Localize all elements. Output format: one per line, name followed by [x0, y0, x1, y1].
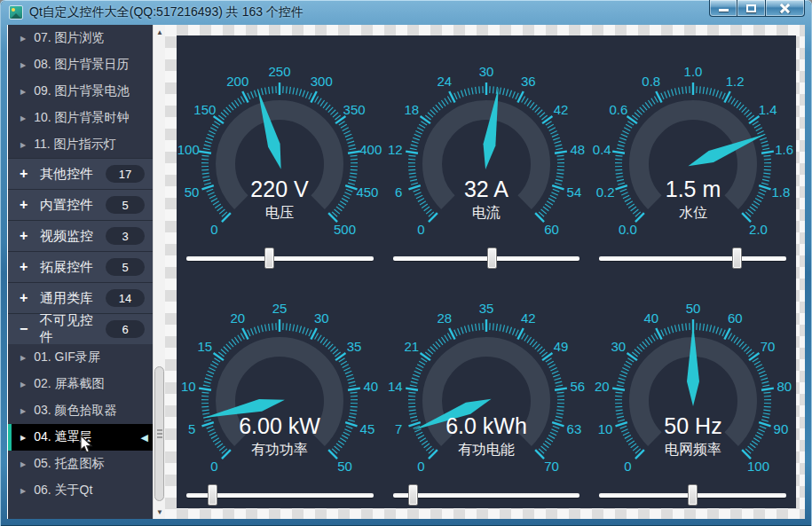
scroll-up-icon[interactable]: ▲	[154, 26, 166, 38]
sidebar-group-4[interactable]: +通用类库14	[8, 282, 153, 313]
count-badge: 3	[106, 227, 145, 245]
sidebar-item-label: 06. 关于Qt	[34, 483, 92, 499]
svg-text:1.4: 1.4	[758, 102, 777, 117]
svg-text:0.0: 0.0	[619, 222, 637, 237]
slider-handle[interactable]	[688, 484, 698, 506]
right-triangle-icon: ▶	[20, 407, 26, 415]
sidebar-item-top-3[interactable]: ▶10. 图片背景时钟	[8, 105, 153, 131]
slider-row-1	[177, 245, 796, 272]
slider-cell-voltage	[177, 245, 383, 272]
sidebar-group-label: 其他控件	[40, 166, 93, 183]
slider-grid-frequency[interactable]	[599, 484, 786, 506]
svg-text:24: 24	[437, 74, 452, 89]
sidebar-item-bottom-0[interactable]: ▶01. GIF录屏	[8, 344, 153, 371]
svg-text:6.0 kWh: 6.0 kWh	[445, 413, 527, 438]
svg-text:7: 7	[395, 421, 402, 436]
slider-handle[interactable]	[487, 247, 497, 269]
sidebar-group-label: 拓展控件	[40, 259, 93, 276]
svg-text:42: 42	[554, 102, 569, 117]
sidebar-item-top-0[interactable]: ▶07. 图片浏览	[8, 25, 153, 51]
svg-text:20: 20	[231, 310, 246, 326]
close-icon	[779, 4, 791, 13]
minus-icon: −	[20, 321, 32, 337]
svg-text:50: 50	[685, 301, 700, 316]
gauge-row-2: 051015202530354045506.00 kW有功功率071421283…	[177, 272, 796, 482]
slider-handle[interactable]	[408, 484, 418, 506]
slider-current[interactable]	[393, 247, 580, 269]
client-area: ▶07. 图片浏览▶08. 图片背景日历▶09. 图片背景电池▶10. 图片背景…	[7, 25, 805, 519]
svg-text:100: 100	[177, 142, 200, 157]
svg-text:1.6: 1.6	[775, 142, 793, 157]
sidebar-item-label: 07. 图片浏览	[34, 30, 104, 46]
sidebar-group-2[interactable]: +视频监控3	[8, 220, 153, 251]
sidebar-item-bottom-5[interactable]: ▶06. 关于Qt	[8, 477, 153, 504]
slider-active-energy[interactable]	[393, 484, 580, 506]
svg-text:1.2: 1.2	[725, 74, 744, 89]
slider-handle[interactable]	[732, 247, 742, 269]
maximize-button[interactable]	[737, 0, 766, 17]
minimize-button[interactable]	[709, 0, 737, 17]
svg-text:50: 50	[185, 184, 200, 200]
slider-track[interactable]	[186, 256, 374, 261]
right-triangle-icon: ▶	[20, 141, 26, 149]
sidebar: ▶07. 图片浏览▶08. 图片背景日历▶09. 图片背景电池▶10. 图片背景…	[8, 25, 153, 519]
right-triangle-icon: ▶	[20, 61, 26, 69]
svg-text:6: 6	[395, 184, 402, 200]
gauge-current: 0612182430364248546032 A电流	[383, 35, 590, 245]
close-button[interactable]	[765, 0, 805, 17]
minimize-icon	[719, 9, 729, 12]
svg-text:1.5 m: 1.5 m	[665, 177, 721, 201]
sidebar-group-label: 内置控件	[40, 197, 93, 214]
sidebar-group-5[interactable]: −不可见控件6	[8, 313, 153, 344]
sidebar-item-label: 05. 托盘图标	[34, 456, 104, 472]
svg-text:0: 0	[211, 222, 218, 237]
slider-cell-current	[383, 245, 590, 272]
svg-text:0: 0	[624, 458, 631, 473]
slider-water-level[interactable]	[599, 247, 786, 269]
svg-text:18: 18	[405, 102, 420, 117]
svg-text:0.6: 0.6	[609, 102, 627, 117]
svg-text:150: 150	[194, 102, 217, 117]
sidebar-item-bottom-2[interactable]: ▶03. 颜色拾取器	[8, 397, 153, 424]
svg-text:60: 60	[544, 222, 559, 237]
sidebar-group-1[interactable]: +内置控件5	[8, 189, 153, 220]
sidebar-scrollbar[interactable]: ▲ ▼	[153, 25, 165, 519]
svg-text:50 Hz: 50 Hz	[664, 413, 721, 438]
svg-text:36: 36	[521, 74, 536, 89]
svg-text:35: 35	[479, 301, 494, 316]
sidebar-item-label: 01. GIF录屏	[34, 349, 100, 365]
sidebar-group-3[interactable]: +拓展控件5	[8, 251, 153, 282]
svg-text:电流: 电流	[472, 205, 501, 220]
slider-cell-active-energy	[383, 482, 590, 509]
slider-track[interactable]	[393, 493, 580, 498]
slider-row-2	[177, 482, 796, 509]
count-badge: 5	[106, 196, 145, 214]
slider-cell-grid-frequency	[589, 482, 796, 509]
slider-track[interactable]	[393, 256, 580, 261]
slider-handle[interactable]	[264, 247, 274, 269]
main-area: 050100150200250300350400450500220 V电压061…	[165, 25, 805, 519]
svg-text:400: 400	[360, 142, 382, 157]
scroll-down-icon[interactable]: ▼	[154, 506, 166, 518]
svg-text:有功功率: 有功功率	[251, 442, 308, 457]
slider-track[interactable]	[599, 256, 786, 261]
sidebar-item-bottom-4[interactable]: ▶05. 托盘图标	[8, 451, 153, 477]
svg-text:42: 42	[521, 310, 536, 326]
titlebar[interactable]: Qt自定义控件大全(QQ:517216493) 共 163 个控件	[0, 0, 812, 25]
svg-text:450: 450	[357, 184, 379, 200]
sidebar-item-top-4[interactable]: ▶11. 图片指示灯	[8, 131, 153, 158]
slider-active-power[interactable]	[186, 484, 374, 506]
svg-text:60: 60	[728, 310, 743, 326]
scrollbar-thumb[interactable]	[154, 366, 164, 501]
sidebar-item-bottom-3[interactable]: ▶04. 遮罩层◀	[8, 424, 153, 451]
gauge-active-power: 051015202530354045506.00 kW有功功率	[177, 272, 383, 482]
slider-voltage[interactable]	[186, 247, 374, 269]
svg-text:30: 30	[314, 310, 329, 326]
sidebar-item-bottom-1[interactable]: ▶02. 屏幕截图	[8, 371, 153, 397]
slider-handle[interactable]	[208, 484, 217, 506]
sidebar-item-top-2[interactable]: ▶09. 图片背景电池	[8, 78, 153, 105]
sidebar-item-top-1[interactable]: ▶08. 图片背景日历	[8, 51, 153, 78]
sidebar-group-0[interactable]: +其他控件17	[8, 158, 153, 189]
svg-text:50: 50	[338, 458, 353, 473]
gauge-active-energy: 071421283542495663706.0 kWh有功电能	[383, 272, 590, 482]
